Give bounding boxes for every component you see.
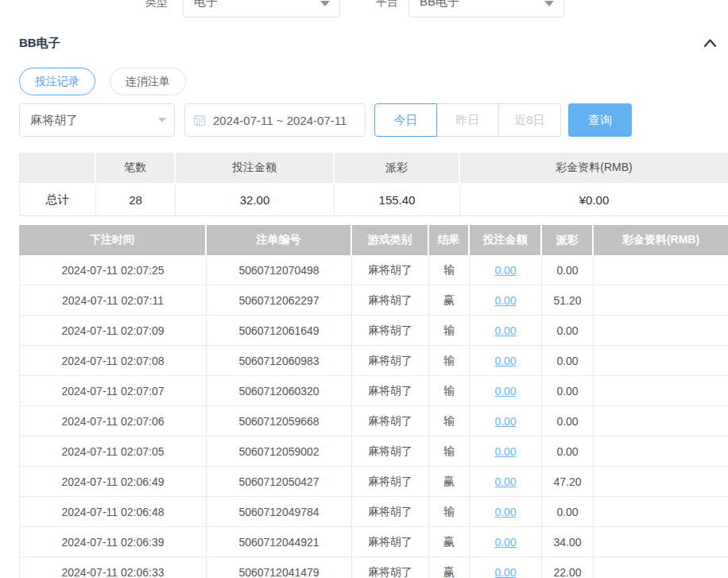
bet-amount-cell: 0.00 — [470, 497, 542, 527]
game-category-cell: 麻将胡了 — [352, 316, 429, 346]
payout-cell: 22.00 — [542, 557, 594, 578]
result-cell: 输 — [429, 346, 470, 376]
bet-amount-link[interactable]: 0.00 — [494, 506, 516, 518]
bet-amount-link[interactable]: 0.00 — [494, 475, 516, 488]
summary-total-label: 总计 — [19, 184, 96, 216]
result-cell: 赢 — [429, 527, 470, 557]
bet-amount-link[interactable]: 0.00 — [494, 385, 516, 398]
order-number-cell: 5060712049784 — [207, 497, 352, 527]
game-select-value: 麻将胡了 — [30, 113, 78, 128]
caret-down-icon — [544, 1, 554, 6]
summary-header-count: 笔数 — [96, 153, 176, 184]
payout-cell: 0.00 — [542, 436, 594, 467]
game-category-cell: 麻将胡了 — [352, 285, 429, 316]
game-category-cell: 麻将胡了 — [352, 376, 429, 406]
summary-bonus-value: ¥0.00 — [460, 184, 728, 216]
today-button[interactable]: 今日 — [374, 103, 437, 137]
page-title: BB电子 — [19, 36, 60, 51]
bet-time-cell: 2024-07-11 02:06:49 — [19, 467, 207, 497]
platform-select[interactable]: BB电子 — [409, 0, 564, 17]
bet-table-header-row: 下注时间 注单编号 游戏类别 结果 投注金额 派彩 彩金资料(RMB) — [19, 225, 728, 255]
bet-amount-cell: 0.00 — [470, 406, 542, 436]
date-range-picker[interactable]: 2024-07-11 ~ 2024-07-11 — [184, 103, 366, 137]
bet-amount-link[interactable]: 0.00 — [494, 324, 516, 337]
result-cell: 赢 — [429, 557, 470, 578]
platform-label: 平台 — [376, 0, 398, 10]
header-payout: 派彩 — [542, 225, 594, 255]
result-cell: 输 — [429, 436, 470, 467]
bonus-cell — [594, 255, 728, 285]
type-select[interactable]: 电子 — [183, 0, 340, 17]
type-label: 类型 — [145, 0, 168, 10]
summary-header-payout: 派彩 — [335, 153, 460, 184]
table-row: 2024-07-11 02:06:48 5060712049784 麻将胡了 输… — [19, 497, 728, 527]
bet-time-cell: 2024-07-11 02:06:39 — [19, 527, 207, 557]
order-number-cell: 5060712062297 — [207, 285, 352, 316]
bonus-cell — [594, 346, 728, 376]
order-number-cell: 5060712061649 — [207, 316, 352, 346]
result-cell: 赢 — [429, 467, 470, 497]
game-category-cell: 麻将胡了 — [352, 557, 429, 578]
payout-cell: 0.00 — [542, 346, 594, 376]
game-category-cell: 麻将胡了 — [352, 346, 429, 376]
bet-time-cell: 2024-07-11 02:07:06 — [19, 406, 207, 436]
bet-table-body: 2024-07-11 02:07:25 5060712070498 麻将胡了 输… — [19, 255, 728, 578]
bet-amount-link[interactable]: 0.00 — [494, 445, 516, 458]
bonus-cell — [594, 285, 728, 316]
bet-time-cell: 2024-07-11 02:07:11 — [19, 285, 207, 316]
order-number-cell: 5060712059668 — [207, 406, 352, 436]
game-select[interactable]: 麻将胡了 — [19, 103, 175, 137]
bonus-cell — [594, 406, 728, 436]
bet-amount-link[interactable]: 0.00 — [494, 294, 516, 307]
result-cell: 输 — [429, 406, 470, 436]
tab-cancelled-orders[interactable]: 连消注单 — [110, 68, 186, 95]
bet-amount-link[interactable]: 0.00 — [494, 264, 516, 277]
payout-cell: 0.00 — [542, 255, 594, 285]
bonus-cell — [594, 557, 728, 578]
bet-time-cell: 2024-07-11 02:06:48 — [19, 497, 207, 527]
table-row: 2024-07-11 02:07:08 5060712060983 麻将胡了 输… — [19, 346, 728, 376]
caret-down-icon — [320, 1, 330, 6]
header-bet-amount: 投注金额 — [470, 225, 542, 255]
section-header: BB电子 — [19, 32, 717, 54]
top-filter-bar: 类型 电子 平台 BB电子 — [0, 0, 728, 17]
game-category-cell: 麻将胡了 — [352, 255, 429, 285]
payout-cell: 0.00 — [542, 376, 594, 406]
last-8-days-button[interactable]: 近8日 — [498, 103, 561, 137]
bonus-cell — [594, 376, 728, 406]
table-row: 2024-07-11 02:07:06 5060712059668 麻将胡了 输… — [19, 406, 728, 436]
game-category-cell: 麻将胡了 — [352, 497, 429, 527]
bet-amount-cell: 0.00 — [470, 467, 542, 497]
payout-cell: 0.00 — [542, 406, 594, 436]
payout-cell: 34.00 — [542, 527, 594, 557]
summary-header-blank — [19, 153, 96, 184]
summary-bet-amount-value: 32.00 — [176, 184, 335, 216]
table-row: 2024-07-11 02:07:07 5060712060320 麻将胡了 输… — [19, 376, 728, 406]
record-type-tabs: 投注记录 连消注单 — [19, 68, 186, 95]
calendar-icon — [193, 114, 206, 126]
summary-header-row: 笔数 投注金额 派彩 彩金资料(RMB) — [19, 153, 728, 184]
bet-time-cell: 2024-07-11 02:06:33 — [19, 557, 207, 578]
bet-time-cell: 2024-07-11 02:07:25 — [19, 255, 207, 285]
summary-header-bet-amount: 投注金额 — [176, 153, 335, 184]
result-cell: 输 — [429, 316, 470, 346]
bonus-cell — [594, 497, 728, 527]
bet-amount-link[interactable]: 0.00 — [494, 355, 516, 367]
search-button[interactable]: 查询 — [568, 103, 632, 137]
tab-bet-records[interactable]: 投注记录 — [19, 68, 95, 95]
yesterday-button[interactable]: 昨日 — [436, 103, 499, 137]
order-number-cell: 5060712070498 — [207, 255, 352, 285]
bet-amount-link[interactable]: 0.00 — [494, 566, 516, 578]
header-result: 结果 — [429, 225, 470, 255]
chevron-up-icon[interactable] — [703, 38, 717, 48]
bet-amount-cell: 0.00 — [470, 285, 542, 316]
bet-amount-link[interactable]: 0.00 — [494, 415, 516, 428]
bonus-cell — [594, 436, 728, 467]
table-row: 2024-07-11 02:06:49 5060712050427 麻将胡了 赢… — [19, 467, 728, 497]
bet-amount-link[interactable]: 0.00 — [494, 536, 516, 549]
bet-time-cell: 2024-07-11 02:07:08 — [19, 346, 207, 376]
result-cell: 输 — [429, 376, 470, 406]
game-category-cell: 麻将胡了 — [352, 467, 429, 497]
table-row: 2024-07-11 02:07:11 5060712062297 麻将胡了 赢… — [19, 285, 728, 316]
bonus-cell — [594, 527, 728, 557]
